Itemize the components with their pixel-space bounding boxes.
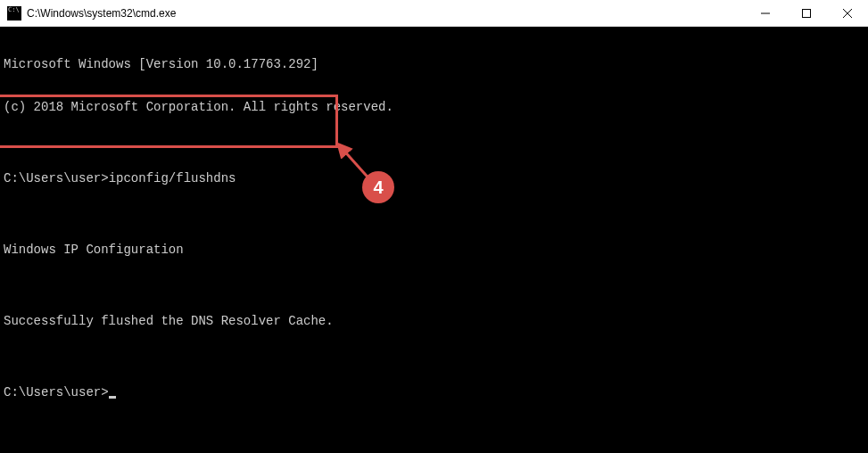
cursor (109, 396, 116, 399)
minimize-icon (761, 9, 770, 18)
terminal-prompt-line: C:\Users\user> (4, 385, 864, 399)
close-icon (843, 9, 852, 18)
terminal-area[interactable]: Microsoft Windows [Version 10.0.17763.29… (0, 27, 868, 453)
prompt-prefix: C:\Users\user> (4, 171, 109, 185)
cmd-window: C:\Windows\system32\cmd.exe Microsoft Wi… (0, 0, 868, 453)
terminal-prompt-line: C:\Users\user>ipconfig/flushdns (4, 171, 864, 185)
terminal-output-line: Microsoft Windows [Version 10.0.17763.29… (4, 57, 864, 71)
window-controls (745, 0, 868, 26)
svg-rect-1 (803, 10, 811, 18)
maximize-icon (802, 9, 811, 18)
window-title: C:\Windows\system32\cmd.exe (27, 7, 745, 20)
terminal-output-line: (c) 2018 Microsoft Corporation. All righ… (4, 100, 864, 114)
close-button[interactable] (827, 0, 868, 27)
cmd-icon (7, 6, 21, 21)
minimize-button[interactable] (745, 0, 786, 27)
terminal-output-line: Successfully flushed the DNS Resolver Ca… (4, 314, 864, 328)
maximize-button[interactable] (786, 0, 827, 27)
titlebar[interactable]: C:\Windows\system32\cmd.exe (0, 0, 868, 27)
prompt-prefix: C:\Users\user> (4, 385, 109, 399)
terminal-output-line: Windows IP Configuration (4, 243, 864, 257)
prompt-command: ipconfig/flushdns (109, 171, 236, 185)
